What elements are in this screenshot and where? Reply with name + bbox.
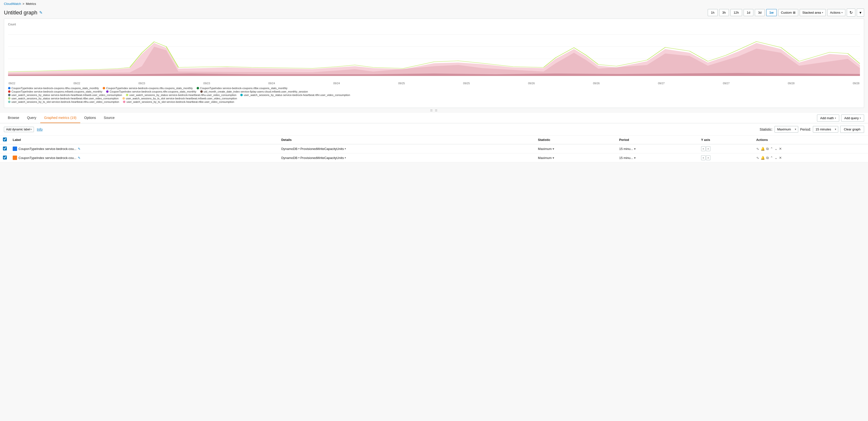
tab-source[interactable]: Source [100,113,118,123]
row-2-action-icons: ∿ 🔔 ⧉ ⌃ ⌄ ✕ [756,156,865,160]
edit-icon[interactable]: ✎ [39,10,42,15]
x-label-3: 09/23 [138,82,145,85]
add-math-button[interactable]: Add math ▾ [817,115,839,122]
add-query-button[interactable]: Add query ▾ [841,115,864,122]
x-label-1: 09/22 [8,82,16,85]
statistic-select-wrapper[interactable]: Maximum Minimum Average Sum [775,126,798,133]
row-1-details: DynamoDB • ProvisionedWriteCapacityUnits… [281,147,346,151]
page-title: Untitled graph ✎ [4,9,42,16]
delete-icon[interactable]: ✕ [779,147,782,151]
x-label-4: 09/23 [204,82,210,85]
legend-item-5: CouponTypeIndex service-bedrock-coupons.… [110,90,196,93]
x-label-13: 09/28 [788,82,795,85]
copy-icon[interactable]: ⧉ [766,156,769,160]
legend-item-2: CouponTypeIndex service-bedrock-coupons.… [106,87,193,90]
trendline-icon[interactable]: ∿ [756,156,759,160]
actions-button[interactable]: Actions ▾ [827,9,845,16]
chevron-down-icon[interactable]: ▾ [553,147,554,151]
time-3d-button[interactable]: 3d [755,9,765,16]
row-1-yaxis-left[interactable]: ‹ [701,146,706,151]
time-1w-button[interactable]: 1w [766,9,777,16]
chevron-down-icon: ▾ [835,117,836,119]
yaxis-header: Y axis [698,136,753,144]
stacked-area-button[interactable]: Stacked area ▾ [800,9,826,16]
chevron-down-icon[interactable]: ▾ [634,156,636,160]
row-2-color-swatch [13,156,17,160]
chevron-down-icon[interactable]: ▾ [553,156,554,160]
legend-item-7: user_watch_sessions_by_status service-be… [11,93,122,96]
copy-icon[interactable]: ⧉ [766,147,769,151]
tab-graphed-metrics[interactable]: Graphed metrics (19) [40,113,80,123]
legend-item-9: user_watch_sessions_by_status service-be… [244,93,350,96]
x-label-7: 09/25 [398,82,405,85]
tab-query[interactable]: Query [23,113,40,123]
statistic-select[interactable]: Maximum Minimum Average Sum [775,126,798,133]
trendline-icon[interactable]: ∿ [756,147,759,151]
move-up-icon[interactable]: ⌃ [770,147,773,151]
divider-handle[interactable]: = = [0,108,868,113]
legend-item-10: user_watch_sessions_by_status service-be… [11,97,119,100]
row-2-checkbox[interactable] [3,156,7,160]
delete-icon[interactable]: ✕ [779,156,782,160]
row-2-yaxis-right[interactable]: › [706,155,710,160]
clear-graph-button[interactable]: Clear graph [840,126,864,133]
statistic-label: Statistic: [760,128,773,131]
row-1-label: CouponTypeIndex service-bedrock-cou... [19,147,76,151]
period-select-wrapper[interactable]: 15 minutes 1 minute 5 minutes 30 minutes… [813,126,838,133]
chevron-down-icon: ▾ [822,11,823,14]
time-12h-button[interactable]: 12h [731,9,742,16]
actions-label: Actions [830,11,840,15]
chart-area[interactable] [8,27,860,81]
y-axis-label: Count [8,23,860,26]
info-link[interactable]: Info [37,128,42,131]
chevron-down-icon[interactable]: ▾ [634,147,636,151]
breadcrumb: CloudWatch > Metrics [0,0,868,7]
x-label-10: 09/26 [593,82,600,85]
period-select[interactable]: 15 minutes 1 minute 5 minutes 30 minutes… [813,126,838,133]
label-header: Label [10,136,278,144]
chart-container: Count 09/22 09/22 09/23 09/23 09/24 09/2… [4,19,864,108]
x-label-9: 09/26 [528,82,535,85]
chart-legend: CouponTypeIndex service-bedrock-coupons.… [8,87,860,103]
row-1-yaxis-nav: ‹ › [701,146,750,151]
x-label-14: 09/28 [852,82,860,85]
tabs: Browse Query Graphed metrics (19) Option… [4,113,119,123]
time-1d-button[interactable]: 1d [744,9,753,16]
row-1-checkbox[interactable] [3,146,7,150]
add-dynamic-label-button[interactable]: Add dynamic label ▾ [4,127,34,132]
time-3h-button[interactable]: 3h [719,9,729,16]
move-down-icon[interactable]: ⌄ [775,156,777,160]
move-up-icon[interactable]: ⌃ [770,156,773,160]
row-2-details: DynamoDB • ProvisionedWriteCapacityUnits… [281,156,346,160]
select-all-checkbox[interactable] [3,138,7,141]
cloudwatch-link[interactable]: CloudWatch [4,2,21,6]
x-label-11: 09/27 [658,82,665,85]
chevron-down-icon: ▾ [31,128,32,131]
row-1-edit-icon[interactable]: ✎ [78,147,81,151]
toolbar: 1h 3h 12h 1d 3d 1w Custom ⊞ Stacked area… [708,8,864,17]
chevron-down-icon: ▾ [860,117,861,119]
more-options-button[interactable]: ▾ [857,8,864,17]
table-container: Label Details Statistic Period Y axis Ac… [0,136,868,162]
legend-item-8: user_watch_sessions_by_status service-be… [129,93,237,96]
row-2-yaxis-left[interactable]: ‹ [701,155,706,160]
breadcrumb-sep: > [23,2,24,6]
statistic-header: Statistic [535,136,616,144]
refresh-button[interactable]: ↻ [847,8,855,17]
row-2-edit-icon[interactable]: ✎ [78,156,81,160]
add-dynamic-label-text: Add dynamic label [6,128,30,131]
tab-options[interactable]: Options [80,113,100,123]
table-row: CouponTypeIndex service-bedrock-cou... ✎… [0,144,868,153]
toolbar-right: Statistic: Maximum Minimum Average Sum P… [760,126,864,133]
move-down-icon[interactable]: ⌄ [775,147,777,151]
custom-button[interactable]: Custom ⊞ [778,9,798,16]
tab-browse[interactable]: Browse [4,113,23,123]
alarm-icon[interactable]: 🔔 [761,156,765,160]
row-1-yaxis-right[interactable]: › [706,146,710,151]
calendar-icon: ⊞ [793,11,796,15]
alarm-icon[interactable]: 🔔 [761,147,765,151]
x-label-8: 09/25 [463,82,470,85]
tab-action-buttons: Add math ▾ Add query ▾ [817,115,864,122]
custom-label: Custom [781,11,792,15]
time-1h-button[interactable]: 1h [708,9,717,16]
